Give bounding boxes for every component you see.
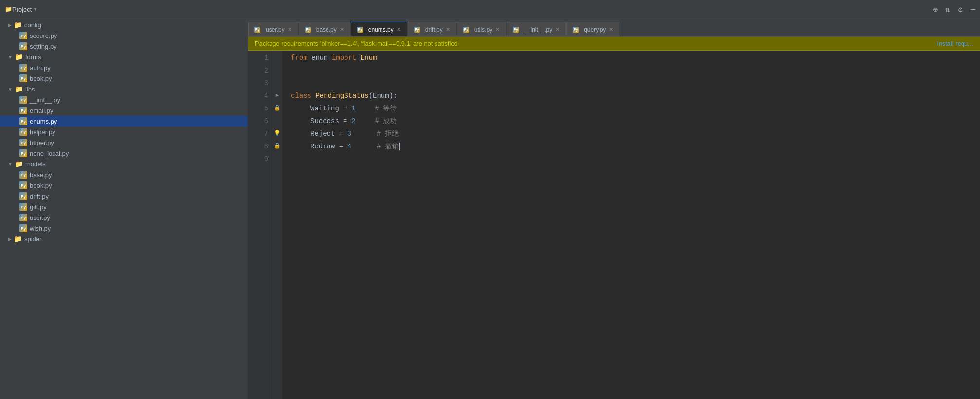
editor-gutter: ▶ 🔒 💡 🔒 bbox=[272, 51, 282, 399]
python-file-icon: Py bbox=[19, 32, 27, 39]
sidebar-item-secure-py[interactable]: Py secure.py bbox=[0, 30, 248, 41]
sidebar-item-base-py-model[interactable]: Py base.py bbox=[0, 169, 248, 180]
tab-close-button[interactable]: ✕ bbox=[340, 26, 344, 33]
toolbar-title: Project bbox=[12, 6, 32, 13]
line-number: 4 bbox=[248, 90, 268, 102]
sidebar-item-forms[interactable]: ▼ 📁 forms bbox=[0, 52, 248, 62]
sort-icon[interactable]: ⇅ bbox=[945, 5, 950, 15]
python-file-icon: Py bbox=[305, 27, 311, 33]
code-line-2 bbox=[291, 64, 980, 77]
sidebar-item-book-py-model[interactable]: Py book.py bbox=[0, 180, 248, 191]
gutter-cell-6 bbox=[272, 114, 282, 127]
sidebar-item-models[interactable]: ▼ 📁 models bbox=[0, 159, 248, 169]
editor-tabs: Py user.py ✕ Py base.py ✕ Py enums.py ✕ … bbox=[248, 19, 980, 37]
code-editor: 1 2 3 4 5 6 7 8 9 ▶ 🔒 💡 🔒 bbox=[248, 51, 980, 399]
sidebar-item-setting-py[interactable]: Py setting.py bbox=[0, 41, 248, 52]
code-line-7: Reject = 3# 拒绝 bbox=[291, 127, 980, 140]
folder-icon: 📁 bbox=[15, 160, 23, 168]
sidebar-item-init-py[interactable]: Py __init__.py bbox=[0, 94, 248, 105]
main-layout: ▶ 📁 config Py secure.py Py setting.py ▼ … bbox=[0, 19, 980, 399]
tab-close-button[interactable]: ✕ bbox=[495, 26, 500, 33]
sidebar-item-spider[interactable]: ▶ 📁 spider bbox=[0, 234, 248, 244]
tab-init-py[interactable]: Py __init__.py ✕ bbox=[507, 22, 566, 36]
minimize-icon[interactable]: — bbox=[970, 5, 975, 14]
code-line-9 bbox=[291, 153, 980, 165]
project-folder-icon: 📁 bbox=[5, 6, 12, 13]
line-number: 6 bbox=[248, 115, 268, 127]
gutter-cell-1 bbox=[272, 51, 282, 63]
gutter-cell-2 bbox=[272, 63, 282, 76]
sidebar-item-label: email.py bbox=[30, 107, 53, 114]
sidebar-item-config[interactable]: ▶ 📁 config bbox=[0, 19, 248, 30]
code-line-1: from enum import Enum bbox=[291, 52, 980, 64]
tab-query-py[interactable]: Py query.py ✕ bbox=[566, 22, 619, 36]
tab-close-button[interactable]: ✕ bbox=[609, 26, 613, 33]
sidebar-item-label: user.py bbox=[30, 214, 50, 221]
tab-base-py[interactable]: Py base.py ✕ bbox=[299, 22, 350, 36]
sidebar-item-enums-py[interactable]: Py enums.py bbox=[0, 116, 248, 127]
sidebar-item-none-local-py[interactable]: Py none_local.py bbox=[0, 148, 248, 159]
sidebar-item-drift-py[interactable]: Py drift.py bbox=[0, 191, 248, 201]
sidebar-item-email-py[interactable]: Py email.py bbox=[0, 105, 248, 116]
sidebar-item-user-py-model[interactable]: Py user.py bbox=[0, 212, 248, 223]
python-file-icon: Py bbox=[254, 27, 260, 33]
globe-icon[interactable]: ⊕ bbox=[933, 5, 938, 15]
sidebar-item-label: book.py bbox=[30, 75, 52, 82]
project-sidebar: ▶ 📁 config Py secure.py Py setting.py ▼ … bbox=[0, 19, 248, 399]
code-line-3 bbox=[291, 77, 980, 90]
sidebar-item-auth-py[interactable]: Py auth.py bbox=[0, 62, 248, 73]
line-number: 8 bbox=[248, 140, 268, 153]
sidebar-item-book-py-forms[interactable]: Py book.py bbox=[0, 73, 248, 84]
tab-user-py[interactable]: Py user.py ✕ bbox=[248, 22, 298, 36]
python-file-icon: Py bbox=[19, 224, 27, 232]
sidebar-item-label: secure.py bbox=[30, 32, 57, 39]
tab-close-button[interactable]: ✕ bbox=[288, 26, 292, 33]
python-file-icon: Py bbox=[19, 171, 27, 179]
python-file-icon: Py bbox=[19, 64, 27, 72]
expand-arrow: ▼ bbox=[8, 54, 13, 60]
python-file-icon: Py bbox=[463, 27, 469, 33]
comment-text: # 等待 bbox=[375, 102, 397, 115]
python-file-icon: Py bbox=[19, 203, 27, 211]
toolbar-dropdown-arrow[interactable]: ▼ bbox=[34, 7, 36, 12]
tab-enums-py[interactable]: Py enums.py ✕ bbox=[351, 22, 407, 36]
line-number: 5 bbox=[248, 102, 268, 115]
install-requirements-button[interactable]: Install requ... bbox=[937, 40, 973, 47]
sidebar-item-gift-py[interactable]: Py gift.py bbox=[0, 201, 248, 212]
tab-close-button[interactable]: ✕ bbox=[397, 26, 401, 33]
code-line-6: Success = 2# 成功 bbox=[291, 115, 980, 127]
sidebar-item-label: models bbox=[25, 161, 46, 168]
gutter-cell-5: 🔒 bbox=[272, 101, 282, 114]
code-text: Enum bbox=[373, 90, 389, 102]
warning-bar: Package requirements 'blinker==1.4', 'fl… bbox=[248, 37, 980, 51]
tab-label: query.py bbox=[584, 26, 606, 33]
line-number: 1 bbox=[248, 52, 268, 64]
tab-label: drift.py bbox=[425, 26, 443, 33]
code-text: = bbox=[343, 115, 347, 127]
code-content[interactable]: from enum import Enum class PendingStatu… bbox=[282, 51, 980, 399]
python-file-icon: Py bbox=[19, 192, 27, 200]
keyword-class: class bbox=[291, 90, 311, 102]
sidebar-item-httper-py[interactable]: Py httper.py bbox=[0, 137, 248, 148]
settings-icon[interactable]: ⚙ bbox=[958, 5, 963, 15]
number-literal: 1 bbox=[351, 102, 355, 115]
code-text: = bbox=[339, 140, 343, 153]
tab-close-button[interactable]: ✕ bbox=[555, 26, 560, 33]
sidebar-item-label: drift.py bbox=[30, 193, 49, 200]
sidebar-item-label: wish.py bbox=[30, 225, 51, 232]
tab-close-button[interactable]: ✕ bbox=[446, 26, 450, 33]
keyword-import: import bbox=[332, 52, 356, 64]
sidebar-item-label: setting.py bbox=[30, 43, 57, 50]
sidebar-item-wish-py[interactable]: Py wish.py bbox=[0, 223, 248, 234]
expand-arrow: ▼ bbox=[8, 162, 13, 167]
code-text: enum bbox=[311, 52, 328, 64]
line-number: 9 bbox=[248, 153, 268, 165]
python-file-icon: Py bbox=[19, 42, 27, 50]
tab-label: enums.py bbox=[368, 26, 394, 33]
number-literal: 4 bbox=[347, 140, 351, 153]
sidebar-item-libs[interactable]: ▼ 📁 libs bbox=[0, 84, 248, 94]
tab-utils-py[interactable]: Py utils.py ✕ bbox=[457, 22, 506, 36]
sidebar-item-helper-py[interactable]: Py helper.py bbox=[0, 127, 248, 137]
tab-drift-py[interactable]: Py drift.py ✕ bbox=[408, 22, 456, 36]
sidebar-item-label: spider bbox=[24, 236, 41, 243]
